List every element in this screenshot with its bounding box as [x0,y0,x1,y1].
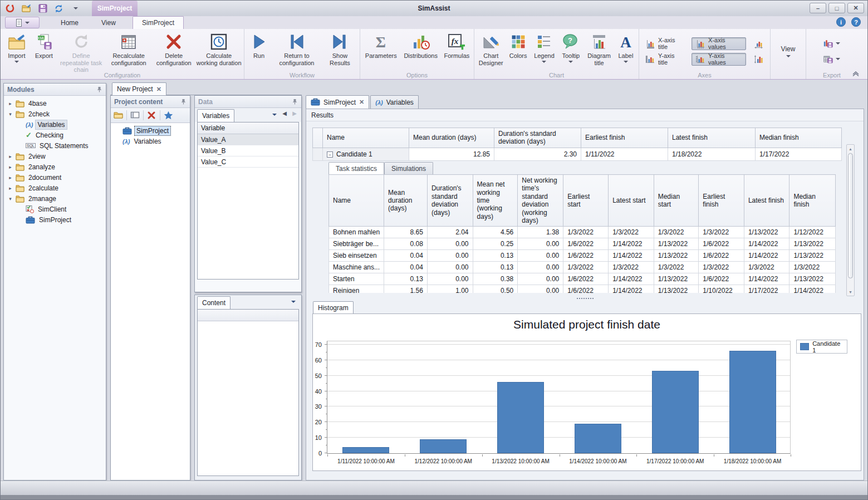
star-icon[interactable] [164,111,173,120]
x-axis-scale-button[interactable] [749,37,768,50]
export-chart-button[interactable] [819,37,845,50]
tree-item-2view[interactable]: ▸2view [4,151,106,161]
table-row[interactable]: Bohnen mahlen8.652.044.561.381/3/20221/3… [329,227,836,238]
scroll-down-icon[interactable]: ▼ [847,288,854,296]
window-box-icon[interactable] [130,111,140,120]
doc-tab-simproject[interactable]: SimProject ✕ [306,95,369,109]
pin-icon[interactable] [292,99,298,105]
tree-item-simproject[interactable]: SimProject [4,214,106,225]
column-header-mean-net-working-time-working-days[interactable]: Mean net working time (working days) [473,175,518,227]
tree-item-2document[interactable]: ▸2document [4,172,106,183]
tab-home[interactable]: Home [52,16,87,29]
tree-item-variables[interactable]: (λ)Variables [4,119,106,130]
tree-item-sql-statements[interactable]: SQLSQL Statements [4,140,106,151]
column-header-duration-s-standard-deviation-days[interactable]: Duration's standard deviation (days) [427,175,473,227]
show-results-button[interactable]: Show Results [322,31,357,66]
collapse-row-icon[interactable]: − [327,151,333,158]
delete-configuration-button[interactable]: Delete configuration [153,31,195,66]
variable-row-value-c[interactable]: Value_C [198,156,298,168]
project-item-simproject[interactable]: SimProject [111,125,190,136]
column-header-latest-finish[interactable]: Latest finish [668,128,756,148]
scrollbar-thumb[interactable] [848,153,853,278]
help-button[interactable]: ? [851,17,861,27]
bar-1-12-2022-10-00-00-am[interactable] [420,439,467,453]
recalculate-configuration-button[interactable]: Recalculate configuration [106,31,151,66]
table-row[interactable]: Sieb einsetzen0.040.000.130.001/6/20221/… [329,250,836,262]
export-button[interactable]: XML Export [32,31,56,60]
app-logo-icon[interactable] [5,3,15,13]
expander-icon[interactable]: ▾ [7,111,13,117]
x-axis-values-toggle[interactable]: X-axis values [692,37,746,50]
column-header-median-finish[interactable]: Median finish [756,128,842,148]
column-header-earliest-finish[interactable]: Earliest finish [581,128,668,148]
chart-designer-button[interactable]: Chart Designer [477,31,506,66]
run-button[interactable]: Run [247,31,271,60]
info-button[interactable]: i [836,17,846,27]
vertical-scrollbar[interactable]: ▲ ▼ [846,144,855,296]
colors-button[interactable]: Colors [507,31,530,60]
tree-item-4base[interactable]: ▸4base [4,98,106,109]
expander-icon[interactable]: ▸ [7,154,13,159]
delete-x-icon[interactable] [147,111,156,120]
tab-list-caret-icon[interactable] [272,114,277,116]
column-header-median-start[interactable]: Median start [654,175,699,227]
file-menu-button[interactable] [5,17,40,28]
expander-icon[interactable]: ▸ [7,164,13,170]
expander-icon[interactable]: ▾ [7,196,13,202]
formulas-button[interactable]: fx Formulas [442,31,472,60]
return-to-configuration-button[interactable]: Return to configuration [272,31,321,66]
column-header-blank[interactable] [313,128,323,148]
column-header-mean-duration-days[interactable]: Mean duration (days) [384,175,428,227]
scroll-up-icon[interactable]: ▲ [847,145,854,153]
parameters-button[interactable]: Σ Parameters [362,31,400,60]
project-item-variables[interactable]: (λ)Variables [111,136,190,146]
export-table-button[interactable] [819,53,845,66]
variables-column-header[interactable]: Variable [198,122,298,134]
close-tab-icon[interactable]: ✕ [156,86,161,93]
tab-task-statistics[interactable]: Task statistics [328,162,384,174]
column-header-latest-finish[interactable]: Latest finish [744,175,789,227]
tree-item-2analyze[interactable]: ▸2analyze [4,161,106,172]
histogram-tab[interactable]: Histogram [313,301,354,313]
column-header-net-working-time-s-standard-deviation-working-days[interactable]: Net working time's standard deviation (w… [518,175,563,227]
scroll-left-icon[interactable]: ◀ [282,110,287,116]
column-header-earliest-finish[interactable]: Earliest finish [699,175,744,227]
import-button[interactable]: Import [3,31,31,63]
y-axis-values-toggle[interactable]: Y-axis values [692,53,746,66]
variable-row-value-b[interactable]: Value_B [198,145,298,156]
x-axis-title-button[interactable]: X-axis title [641,37,688,50]
expander-icon[interactable]: ▸ [7,101,13,106]
tree-item-2calculate[interactable]: ▸2calculate [4,183,106,193]
data-variables-tab[interactable]: Variables [197,109,234,122]
collapse-ribbon-icon[interactable] [852,71,860,77]
maximize-button[interactable]: □ [828,3,845,13]
pin-icon[interactable] [180,99,187,105]
table-row[interactable]: Maschine ans...0.040.000.130.001/3/20221… [329,262,836,273]
save-icon[interactable] [38,4,47,13]
refresh-icon[interactable] [54,4,63,13]
table-row[interactable]: Siebträger be...0.080.000.250.001/6/2022… [329,238,836,250]
diagram-title-button[interactable]: Diagram title [584,31,614,66]
view-button[interactable]: View [775,31,802,70]
tree-item-checking[interactable]: ✓Checking [4,130,106,140]
open-project-icon[interactable] [22,4,32,13]
expander-icon[interactable]: ▸ [7,175,13,180]
bar-1-13-2022-10-00-00-am[interactable] [497,382,544,453]
tooltip-button[interactable]: ? Tooltip [558,31,583,63]
scroll-right-icon[interactable]: ▶ [292,110,297,116]
column-header-name[interactable]: Name [329,175,384,227]
column-header-duration-s-standard-deviation-days[interactable]: Duration's standard deviation (days) [494,128,581,148]
splitter-handle[interactable] [306,296,864,301]
minimize-button[interactable]: – [810,3,826,13]
column-header-name[interactable]: Name [323,128,409,148]
table-row[interactable]: −Candidate 112.852.301/11/20221/18/20221… [313,148,842,160]
tab-simulations[interactable]: Simulations [384,162,433,174]
open-folder-icon[interactable] [114,111,123,120]
tree-item-simclient[interactable]: SimClient [4,204,106,214]
y-axis-scale-button[interactable] [749,53,768,66]
bar-1-18-2022-10-00-00-am[interactable] [729,351,776,453]
bar-1-11-2022-10-00-00-am[interactable] [342,447,389,453]
table-row[interactable]: Reinigen1.561.000.500.001/6/20221/14/202… [329,285,836,293]
content-tab[interactable]: Content [197,296,231,309]
bar-1-14-2022-10-00-00-am[interactable] [575,424,621,453]
